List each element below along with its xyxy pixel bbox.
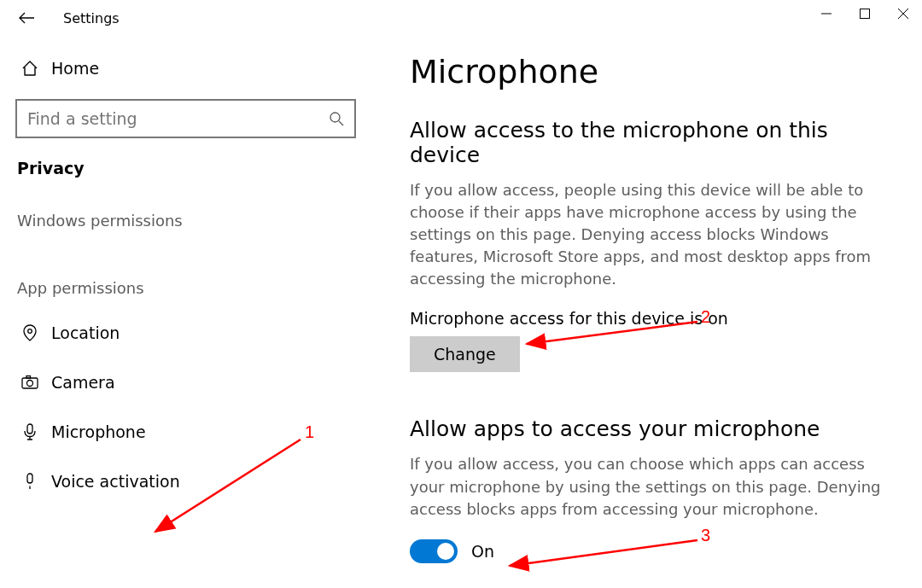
section1-desc: If you allow access, people using this d… [410, 179, 896, 290]
maximize-icon [860, 9, 870, 19]
close-icon [898, 9, 908, 19]
settings-window: Settings Home [0, 0, 922, 588]
content-area: Home Privacy Windows permissions App per… [0, 36, 922, 588]
svg-point-6 [27, 381, 33, 387]
maximize-button[interactable] [845, 0, 884, 27]
search-field[interactable] [27, 109, 329, 128]
svg-point-4 [28, 329, 32, 334]
window-controls [807, 0, 922, 27]
close-button[interactable] [884, 0, 922, 27]
sidebar-item-label: Location [51, 323, 120, 342]
toggle-row: On [410, 539, 896, 563]
sidebar-item-microphone[interactable]: Microphone [0, 413, 371, 451]
toggle-knob [437, 543, 454, 560]
search-icon [329, 111, 344, 126]
section1-title: Allow access to the microphone on this d… [410, 118, 896, 167]
sidebar-item-voice[interactable]: Voice activation [0, 463, 371, 500]
back-arrow-icon [19, 12, 34, 24]
svg-line-3 [339, 121, 343, 125]
section2-desc: If you allow access, you can choose whic… [410, 453, 896, 520]
category-label: Privacy [0, 154, 371, 193]
sidebar-item-home[interactable]: Home [0, 49, 371, 87]
svg-rect-7 [26, 376, 31, 379]
svg-rect-9 [27, 474, 32, 483]
search-input[interactable] [15, 99, 356, 138]
svg-point-2 [330, 113, 340, 122]
sidebar-item-camera[interactable]: Camera [0, 364, 371, 401]
microphone-icon [20, 422, 51, 441]
page-title: Microphone [410, 53, 896, 90]
sidebar: Home Privacy Windows permissions App per… [0, 36, 371, 588]
window-title: Settings [63, 10, 120, 26]
sidebar-item-label: Home [51, 59, 99, 78]
change-button[interactable]: Change [410, 336, 520, 372]
group-label-app: App permissions [0, 238, 371, 306]
mic-access-status: Microphone access for this device is on [410, 309, 896, 328]
sidebar-item-label: Voice activation [51, 472, 180, 491]
svg-rect-8 [27, 424, 32, 434]
allow-apps-toggle[interactable] [410, 539, 458, 563]
title-bar: Settings [0, 0, 922, 36]
svg-rect-5 [22, 378, 38, 388]
group-label-windows: Windows permissions [0, 193, 371, 238]
camera-icon [20, 373, 51, 392]
voice-icon [20, 472, 51, 491]
home-icon [20, 59, 51, 78]
sidebar-item-label: Microphone [51, 422, 146, 441]
section2-title: Allow apps to access your microphone [410, 416, 896, 441]
svg-rect-1 [860, 9, 869, 19]
sidebar-item-location[interactable]: Location [0, 314, 371, 352]
minimize-button[interactable] [807, 0, 845, 27]
sidebar-item-label: Camera [51, 373, 115, 392]
minimize-icon [821, 9, 832, 19]
main-pane: Microphone Allow access to the microphon… [371, 36, 922, 588]
annotation-label-2: 2 [701, 307, 710, 327]
back-button[interactable] [15, 7, 38, 29]
location-icon [20, 323, 51, 342]
annotation-label-3: 3 [701, 526, 710, 545]
toggle-label: On [471, 542, 494, 561]
annotation-label-1: 1 [305, 422, 314, 442]
